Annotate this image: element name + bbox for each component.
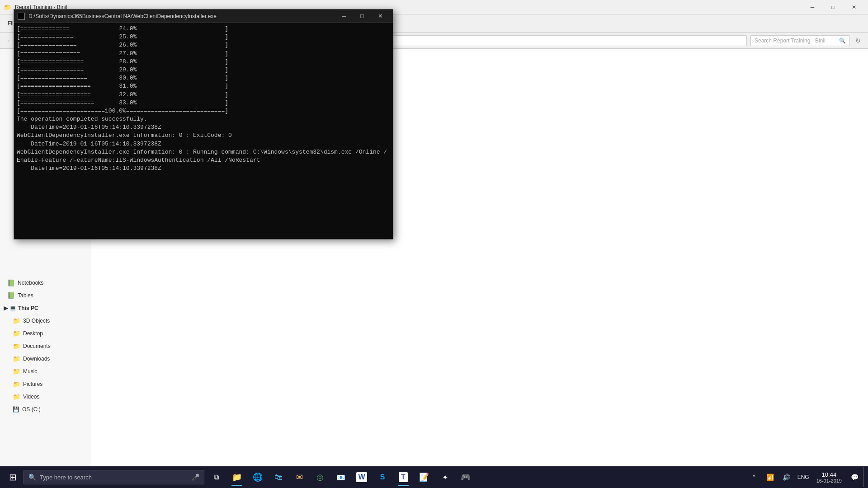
network-icon: 📶 bbox=[766, 474, 774, 481]
folder-icon-downloads: 📁 bbox=[13, 355, 20, 362]
sidebar-item-osdrive[interactable]: 💾 OS (C:) bbox=[0, 403, 90, 416]
task-view-icon: ⧉ bbox=[214, 473, 219, 481]
sidebar-section-thispc[interactable]: ▶ 💻 This PC bbox=[0, 302, 90, 314]
taskbar-store[interactable]: 🛍 bbox=[269, 467, 288, 487]
taskbar-task-view[interactable]: ⧉ bbox=[206, 467, 226, 487]
folder-icon-pictures: 📁 bbox=[13, 380, 20, 388]
outlook-icon: 📧 bbox=[336, 473, 345, 482]
terminal-line: [=============== 25.0% ] bbox=[17, 33, 390, 41]
taskbar-skype[interactable]: S bbox=[373, 467, 392, 487]
fe-refresh-btn[interactable]: ↻ bbox=[852, 34, 864, 47]
sidebar-item-music[interactable]: 📁 Music bbox=[0, 365, 90, 378]
terminal-line: [================== 29.0% ] bbox=[17, 66, 390, 74]
fe-search-box[interactable]: Search Report Training - Binil 🔍 bbox=[750, 35, 850, 46]
fe-close-btn[interactable]: ✕ bbox=[844, 0, 864, 14]
tray-expand-btn[interactable]: ^ bbox=[747, 467, 761, 487]
sidebar-item-3dobjects[interactable]: 📁 3D Objects bbox=[0, 314, 90, 327]
tray-clock[interactable]: 10:44 16-01-2019 bbox=[813, 471, 845, 483]
folder-icon-docs: 📁 bbox=[13, 343, 20, 350]
terminal-line: WebClientDependencyInstaller.exe Informa… bbox=[17, 148, 390, 164]
terminal-line: [============== 24.0% ] bbox=[17, 25, 390, 33]
taskbar-outlook[interactable]: 📧 bbox=[331, 467, 351, 487]
fe-window-controls: ─ □ ✕ bbox=[802, 0, 864, 14]
pc-icon: 💻 bbox=[9, 305, 16, 311]
folder-icon-tables: 📗 bbox=[7, 292, 15, 299]
terminal-line: DateTime=2019-01-16T05:14:10.3397238Z bbox=[17, 123, 390, 131]
terminal-app-icon bbox=[18, 13, 25, 20]
folder-icon-videos: 📁 bbox=[13, 393, 20, 400]
sidebar-item-downloads[interactable]: 📁 Downloads bbox=[0, 352, 90, 365]
terminal-body[interactable]: [============== 24.0% ][=============== … bbox=[14, 23, 393, 239]
taskbar-word[interactable]: W bbox=[352, 467, 372, 487]
terminal-minimize-btn[interactable]: ─ bbox=[335, 9, 353, 23]
terminal-line: [================= 27.0% ] bbox=[17, 50, 390, 58]
tray-date: 16-01-2019 bbox=[816, 478, 842, 483]
folder-icon-desktop: 📁 bbox=[13, 330, 20, 337]
sidebar-item-desktop[interactable]: 📁 Desktop bbox=[0, 327, 90, 340]
taskbar-connect[interactable]: ✦ bbox=[435, 467, 455, 487]
teams-icon: T bbox=[399, 472, 408, 482]
folder-icon-music: 📁 bbox=[13, 368, 20, 375]
fe-minimize-btn[interactable]: ─ bbox=[802, 0, 823, 14]
terminal-line: The operation completed successfully. bbox=[17, 115, 390, 123]
sidebar-item-videos[interactable]: 📁 Videos bbox=[0, 390, 90, 403]
tray-time: 10:44 bbox=[816, 471, 842, 478]
taskbar-search-placeholder: Type here to search bbox=[40, 474, 92, 481]
taskbar-teams[interactable]: T bbox=[393, 467, 413, 487]
taskbar-search-box[interactable]: 🔍 Type here to search 🎤 bbox=[24, 470, 204, 484]
drive-icon: 💾 bbox=[13, 406, 19, 413]
notification-icon: 💬 bbox=[851, 474, 859, 481]
connect-icon: ✦ bbox=[442, 473, 448, 482]
start-button[interactable]: ⊞ bbox=[2, 466, 24, 488]
terminal-line: WebClientDependencyInstaller.exe Informa… bbox=[17, 131, 390, 140]
terminal-titlebar: D:\Softs\Dynamics365BusinessCentral NA\W… bbox=[14, 9, 393, 23]
sidebar-item-documents[interactable]: 📁 Documents bbox=[0, 340, 90, 352]
folder-icon-3d: 📁 bbox=[13, 317, 20, 324]
tray-network-icon[interactable]: 📶 bbox=[763, 467, 778, 487]
terminal-line: [================== 28.0% ] bbox=[17, 58, 390, 66]
terminal-line: [==================== 31.0% ] bbox=[17, 82, 390, 90]
terminal-maximize-btn[interactable]: □ bbox=[353, 9, 371, 23]
chrome-icon: ◎ bbox=[316, 472, 324, 482]
windows-icon: ⊞ bbox=[9, 472, 17, 483]
sticky-notes-icon: 📝 bbox=[419, 472, 429, 482]
edge-icon: 🌐 bbox=[253, 472, 263, 482]
taskbar: ⊞ 🔍 Type here to search 🎤 ⧉ 📁 🌐 🛍 ✉ ◎ 📧 … bbox=[0, 466, 868, 488]
taskbar-edge[interactable]: 🌐 bbox=[248, 467, 268, 487]
terminal-close-btn[interactable]: ✕ bbox=[371, 9, 389, 23]
tray-notification-btn[interactable]: 💬 bbox=[847, 467, 862, 487]
terminal-line: DateTime=2019-01-16T05:14:10.3397238Z bbox=[17, 164, 390, 173]
terminal-line: [===================== 33.0% ] bbox=[17, 99, 390, 107]
sidebar-item-pictures[interactable]: 📁 Pictures bbox=[0, 378, 90, 390]
fe-maximize-btn[interactable]: □ bbox=[823, 0, 844, 14]
terminal-controls: ─ □ ✕ bbox=[335, 9, 389, 23]
taskbar-sticky-notes[interactable]: 📝 bbox=[414, 467, 434, 487]
fe-search-area: Search Report Training - Binil 🔍 ↻ bbox=[750, 34, 864, 47]
taskbar-tray: ^ 📶 🔊 ENG 10:44 16-01-2019 💬 bbox=[747, 467, 863, 487]
expand-icon: ▶ bbox=[4, 305, 8, 311]
sidebar-item-tables[interactable]: 📗 Tables bbox=[0, 289, 90, 302]
terminal-line: [================ 26.0% ] bbox=[17, 41, 390, 49]
search-icon: 🔍 bbox=[28, 474, 36, 481]
terminal-line: [=================== 30.0% ] bbox=[17, 74, 390, 82]
tray-language[interactable]: ENG bbox=[796, 474, 811, 480]
taskbar-mail[interactable]: ✉ bbox=[289, 467, 309, 487]
taskbar-xbox[interactable]: 🎮 bbox=[456, 467, 476, 487]
word-icon: W bbox=[356, 472, 367, 482]
file-explorer-icon: 📁 bbox=[232, 472, 242, 482]
folder-icon-notebooks: 📗 bbox=[7, 279, 15, 286]
chevron-up-icon: ^ bbox=[752, 474, 755, 481]
volume-icon: 🔊 bbox=[783, 474, 790, 481]
mail-icon: ✉ bbox=[296, 472, 303, 482]
taskbar-file-explorer[interactable]: 📁 bbox=[227, 467, 247, 487]
fe-search-placeholder: Search Report Training - Binil bbox=[755, 38, 826, 44]
fe-search-icon: 🔍 bbox=[839, 38, 846, 44]
microphone-icon: 🎤 bbox=[192, 474, 199, 481]
terminal-line: [========================100.0%=========… bbox=[17, 107, 390, 115]
taskbar-chrome[interactable]: ◎ bbox=[310, 467, 330, 487]
sidebar-item-notebooks[interactable]: 📗 Notebooks bbox=[0, 277, 90, 289]
terminal-line: DateTime=2019-01-16T05:14:10.3397238Z bbox=[17, 140, 390, 148]
tray-volume-icon[interactable]: 🔊 bbox=[779, 467, 794, 487]
terminal-line: [==================== 32.0% ] bbox=[17, 91, 390, 99]
show-desktop-btn[interactable] bbox=[863, 467, 866, 487]
